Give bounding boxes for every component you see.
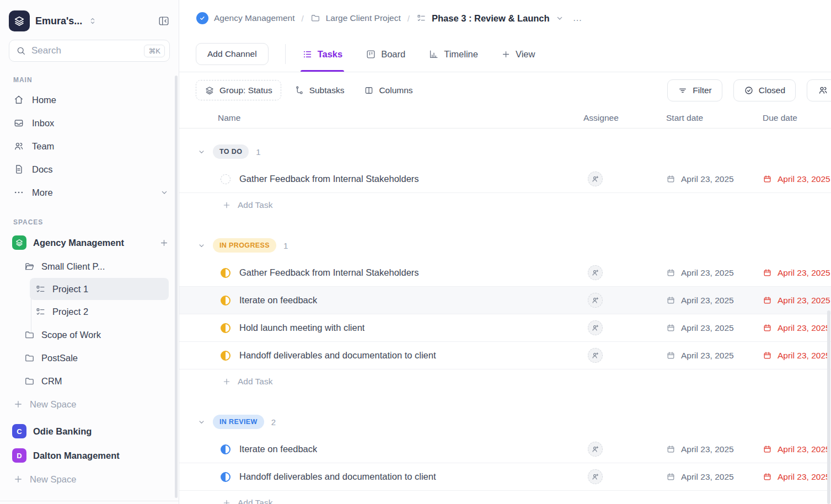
sidebar-item-team[interactable]: Team <box>0 135 179 158</box>
sidebar-item-inbox[interactable]: Inbox <box>0 111 179 135</box>
start-date-cell[interactable]: April 23, 2025 <box>666 351 763 361</box>
collapse-sidebar-button[interactable] <box>158 15 170 27</box>
sidebar-space-agency-management[interactable]: Agency Management <box>0 230 179 255</box>
task-name[interactable]: Gather Feedback from Internal Stakeholde… <box>239 174 419 184</box>
workspace-switcher-icon[interactable] <box>88 16 98 26</box>
table-header: Name Assignee Start date Due date <box>179 108 831 128</box>
sidebar-item-home[interactable]: Home <box>0 88 179 111</box>
breadcrumb-folder[interactable]: Large Client Project <box>326 13 401 23</box>
tab-tasks[interactable]: Tasks <box>302 36 343 72</box>
sidebar-folder-crm[interactable]: CRM <box>0 369 179 393</box>
add-channel-button[interactable]: Add Channel <box>196 43 269 65</box>
task-row[interactable]: Handoff deliverables and documentation t… <box>179 342 831 369</box>
main-scrollbar[interactable] <box>827 310 830 504</box>
status-in-review-icon[interactable] <box>221 472 230 482</box>
folder-name: Scope of Work <box>41 330 101 340</box>
status-badge[interactable]: TO DO <box>213 144 249 159</box>
subtasks-button[interactable]: Subtasks <box>294 85 345 95</box>
add-assignee-button[interactable] <box>588 469 603 484</box>
sidebar-list-project-1[interactable]: Project 1 <box>30 278 169 300</box>
workspace-name[interactable]: Emura's... <box>35 15 82 27</box>
column-header-start-date[interactable]: Start date <box>666 113 763 123</box>
breadcrumb-more-button[interactable]: … <box>573 13 583 24</box>
sidebar-space-dalton-management[interactable]: D Dalton Management <box>0 443 179 468</box>
add-assignee-button[interactable] <box>588 265 603 280</box>
breadcrumb-space[interactable]: Agency Management <box>214 13 294 23</box>
status-todo-icon[interactable] <box>221 174 230 184</box>
task-row[interactable]: Iterate on feedback April 23, 2025 April… <box>179 287 831 314</box>
column-header-assignee[interactable]: Assignee <box>583 113 666 123</box>
sidebar-item-more[interactable]: More <box>0 181 179 204</box>
sidebar-folder-scope-of-work[interactable]: Scope of Work <box>0 323 179 346</box>
due-date-cell[interactable]: April 23, 2025 <box>763 296 831 305</box>
collapse-group-icon[interactable] <box>197 418 206 426</box>
group-by-button[interactable]: Group: Status <box>196 80 281 100</box>
task-row[interactable]: Gather Feedback from Internal Stakeholde… <box>179 259 831 287</box>
start-date-cell[interactable]: April 23, 2025 <box>666 472 763 482</box>
due-date-cell[interactable]: April 23, 2025 <box>763 268 831 278</box>
due-date-cell[interactable]: April 23, 2025 <box>763 444 831 454</box>
add-to-space-icon[interactable] <box>159 238 169 248</box>
sidebar-folder-postsale[interactable]: PostSale <box>0 346 179 369</box>
status-in-review-icon[interactable] <box>221 444 230 454</box>
sidebar-scrollbar[interactable] <box>175 76 178 498</box>
assignees-button[interactable] <box>807 79 831 101</box>
start-date-cell[interactable]: April 23, 2025 <box>666 268 763 278</box>
task-row[interactable]: Iterate on feedback April 23, 2025 April… <box>179 436 831 463</box>
collapse-group-icon[interactable] <box>197 242 206 250</box>
group-in-progress: IN PROGRESS 1 Gather Feedback from Inter… <box>179 238 831 394</box>
search-box[interactable]: ⌘K <box>9 40 170 62</box>
task-row[interactable]: Hold launch meeting with client April 23… <box>179 314 831 342</box>
task-name[interactable]: Handoff deliverables and documentation t… <box>239 350 436 361</box>
sidebar-list-project-2[interactable]: Project 2 <box>0 300 179 323</box>
due-date-cell[interactable]: April 23, 2025 <box>763 174 831 184</box>
task-name[interactable]: Hold launch meeting with client <box>239 323 364 333</box>
collapse-group-icon[interactable] <box>197 148 206 156</box>
status-in-progress-icon[interactable] <box>221 351 230 361</box>
add-assignee-button[interactable] <box>588 171 603 186</box>
search-input[interactable] <box>31 45 138 56</box>
status-in-progress-icon[interactable] <box>221 268 230 278</box>
chevron-down-icon[interactable] <box>555 14 564 23</box>
task-row[interactable]: Gather Feedback from Internal Stakeholde… <box>179 165 831 193</box>
status-in-progress-icon[interactable] <box>221 323 230 333</box>
new-space-button-bottom[interactable]: New Space <box>0 468 179 491</box>
start-date-cell[interactable]: April 23, 2025 <box>666 323 763 333</box>
add-assignee-button[interactable] <box>588 442 603 457</box>
add-task-button[interactable]: Add Task <box>179 193 831 217</box>
breadcrumb-current-list[interactable]: Phase 3 : Review & Launch <box>432 13 550 24</box>
column-header-name[interactable]: Name <box>196 113 583 123</box>
add-assignee-button[interactable] <box>588 320 603 335</box>
add-assignee-button[interactable] <box>588 348 603 363</box>
start-date-cell[interactable]: April 23, 2025 <box>666 444 763 454</box>
due-date-cell[interactable]: April 23, 2025 <box>763 351 831 361</box>
new-space-button[interactable]: New Space <box>0 393 179 416</box>
start-date-cell[interactable]: April 23, 2025 <box>666 296 763 305</box>
task-count: 2 <box>271 417 276 427</box>
status-badge[interactable]: IN REVIEW <box>213 415 264 429</box>
tab-add-view[interactable]: View <box>501 36 535 72</box>
sidebar-space-odie-banking[interactable]: C Odie Banking <box>0 419 179 443</box>
add-task-button[interactable]: Add Task <box>179 369 831 394</box>
add-assignee-button[interactable] <box>588 293 603 308</box>
add-task-button[interactable]: Add Task <box>179 491 831 504</box>
status-badge[interactable]: IN PROGRESS <box>213 238 276 253</box>
workspace-logo[interactable] <box>9 10 30 31</box>
status-in-progress-icon[interactable] <box>221 296 230 305</box>
task-row[interactable]: Handoff deliverables and documentation t… <box>179 463 831 491</box>
column-header-due-date[interactable]: Due date <box>763 113 831 123</box>
due-date-cell[interactable]: April 23, 2025 <box>763 323 831 333</box>
start-date-cell[interactable]: April 23, 2025 <box>666 174 763 184</box>
filter-button[interactable]: Filter <box>667 79 722 101</box>
task-name[interactable]: Iterate on feedback <box>239 444 317 454</box>
task-name[interactable]: Iterate on feedback <box>239 295 317 305</box>
due-date-cell[interactable]: April 23, 2025 <box>763 472 831 482</box>
sidebar-folder-small-client[interactable]: Small Client P... <box>0 255 179 278</box>
task-name[interactable]: Handoff deliverables and documentation t… <box>239 471 436 482</box>
sidebar-item-docs[interactable]: Docs <box>0 158 179 181</box>
columns-button[interactable]: Columns <box>364 85 412 95</box>
tab-board[interactable]: Board <box>366 36 405 72</box>
tab-timeline[interactable]: Timeline <box>428 36 478 72</box>
closed-button[interactable]: Closed <box>733 79 796 101</box>
task-name[interactable]: Gather Feedback from Internal Stakeholde… <box>239 267 419 278</box>
